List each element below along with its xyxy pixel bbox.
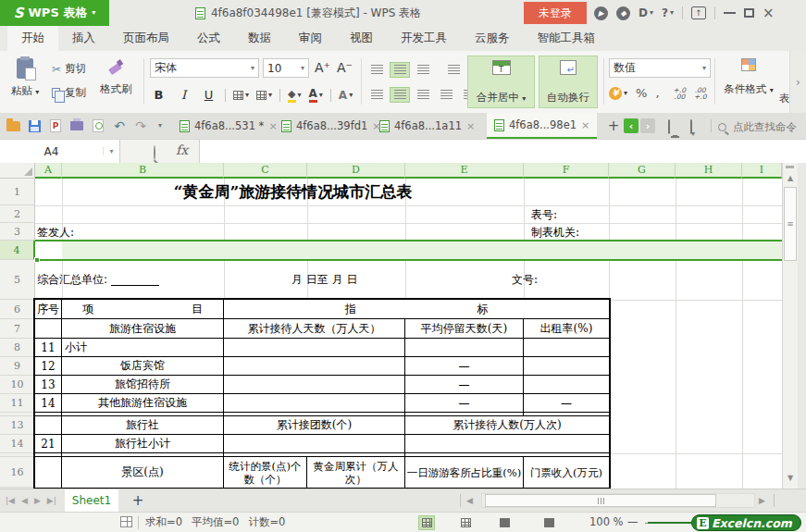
horizontal-scrollbar[interactable]	[481, 493, 755, 508]
borders-button[interactable]: ▾	[233, 91, 249, 100]
normal-view-button[interactable]	[418, 515, 435, 530]
row-header-8[interactable]: 8	[0, 339, 35, 357]
row-header-14[interactable]: 14	[0, 435, 35, 453]
cell-merged[interactable]	[224, 435, 405, 453]
cell[interactable]: 其他旅游住宿设施	[62, 394, 224, 413]
fill-color-button[interactable]: ◆▾	[288, 88, 301, 103]
cell[interactable]: 统计的景(点)个数（个）	[224, 457, 307, 488]
cell[interactable]: 旅游住宿设施	[62, 319, 224, 339]
cell[interactable]: 景区(点)	[62, 457, 224, 488]
select-all-corner[interactable]	[0, 163, 35, 179]
font-name-select[interactable]: 宋体▾	[150, 58, 259, 78]
cell-merged[interactable]: 累计接待人数(万人次)	[405, 416, 609, 435]
close-tab-icon[interactable]: ×	[466, 120, 475, 132]
increase-decimal-button[interactable]: +.0.00	[674, 87, 686, 100]
scroll-down-icon[interactable]: ▼	[783, 470, 798, 485]
copy-button[interactable]: 复制	[52, 86, 86, 100]
wps-app-button[interactable]: S WPS 表格 ▾	[0, 0, 109, 26]
draw-border-button[interactable]: ▾	[256, 91, 272, 100]
switch-window-button[interactable]	[668, 120, 670, 133]
zoom-level[interactable]: 100 %	[589, 515, 624, 528]
cell-wenhao[interactable]: 文号:	[512, 260, 538, 300]
cell-merged[interactable]	[405, 435, 609, 453]
row-header-13[interactable]: 13	[0, 416, 35, 435]
cell[interactable]: —	[405, 376, 524, 394]
page-layout-view-button[interactable]	[496, 515, 513, 530]
col-header-A[interactable]: A	[35, 163, 62, 179]
ribbon-expand-strip[interactable]: ›	[789, 51, 806, 113]
number-format-select[interactable]: 数值▾	[609, 58, 711, 78]
wrap-text-button[interactable]: 自动换行	[539, 56, 598, 108]
row-header-1[interactable]: 1	[0, 179, 35, 205]
open-button[interactable]	[6, 118, 20, 133]
tab-home[interactable]: 开始	[7, 26, 58, 51]
cell[interactable]: 11	[35, 339, 62, 357]
percent-button[interactable]: %	[636, 86, 647, 100]
bold-button[interactable]: B	[150, 86, 167, 104]
login-button[interactable]: 未登录	[524, 2, 587, 24]
cell[interactable]	[524, 357, 609, 376]
zoom-out-button[interactable]: —	[627, 515, 639, 528]
find-command-box[interactable]: 点此查找命令	[718, 120, 797, 134]
paste-button[interactable]: 粘贴 ▾	[6, 58, 44, 98]
table-style-button-clipped[interactable]: 表	[779, 92, 790, 105]
cell-zhibiaojiguan[interactable]: 制表机关:	[531, 225, 579, 241]
align-top-button[interactable]	[366, 62, 387, 78]
tab-page-layout[interactable]: 页面布局	[109, 26, 183, 51]
hide-ribbon-icon[interactable]: ↑	[691, 6, 706, 19]
close-button[interactable]: ×	[763, 6, 775, 20]
skin-button[interactable]: D▾	[639, 6, 653, 19]
row-header-6[interactable]: 6	[0, 300, 35, 319]
cell[interactable]: 旅行社小计	[62, 435, 224, 453]
col-header-C[interactable]: C	[224, 163, 307, 179]
format-painter-button[interactable]: 格式刷	[100, 60, 132, 96]
insert-function-search-button[interactable]	[154, 146, 155, 159]
feedback-icon[interactable]: ▶	[594, 6, 608, 20]
doc-tab-1[interactable]: 4f6a8...531 * ×	[172, 113, 285, 139]
col-header-I[interactable]: I	[742, 163, 782, 179]
tab-view[interactable]: 视图	[336, 26, 387, 51]
hscrollbar-thumb[interactable]	[485, 494, 716, 507]
col-header-G[interactable]: G	[609, 163, 676, 179]
align-bottom-button[interactable]	[413, 62, 433, 78]
formula-input[interactable]	[199, 140, 806, 163]
align-middle-button[interactable]	[390, 62, 410, 78]
cell-merged[interactable]	[224, 376, 405, 394]
cell[interactable]: 12	[35, 357, 62, 376]
last-sheet-button[interactable]: ▶|	[47, 496, 56, 505]
decrease-decimal-button[interactable]: .00+.0	[694, 87, 706, 100]
row-header-3[interactable]: 3	[0, 223, 35, 241]
cell[interactable]: 项目	[62, 300, 224, 319]
tab-formulas[interactable]: 公式	[183, 26, 234, 51]
cell[interactable]: 饭店宾馆	[62, 357, 224, 376]
add-sheet-button[interactable]: +	[130, 492, 146, 509]
cell[interactable]: 序号	[35, 300, 62, 319]
row-header-5[interactable]: 5	[0, 260, 35, 300]
tab-review[interactable]: 审阅	[285, 26, 336, 51]
tab-developer[interactable]: 开发工具	[387, 26, 461, 51]
align-right-button[interactable]	[413, 87, 433, 103]
fill-handle[interactable]	[34, 257, 40, 263]
tab-cloud[interactable]: 云服务	[461, 26, 524, 51]
font-size-select[interactable]: 10▾	[263, 58, 309, 78]
minimize-button[interactable]	[724, 12, 736, 14]
cell[interactable]	[35, 416, 62, 435]
align-center-button[interactable]	[390, 87, 410, 103]
cell[interactable]: 旅行社	[62, 416, 224, 435]
cell[interactable]	[35, 457, 62, 488]
font-color-button[interactable]: A▾	[309, 87, 323, 103]
merge-center-button[interactable]: 合并居中 ▾	[467, 56, 535, 108]
cell-merged[interactable]	[224, 357, 405, 376]
reading-view-button[interactable]	[540, 515, 557, 530]
col-header-E[interactable]: E	[405, 163, 524, 179]
italic-button[interactable]: I	[175, 86, 192, 104]
comma-style-button[interactable]: ,	[655, 86, 659, 100]
row-header-9[interactable]: 9	[0, 357, 35, 376]
maximize-button[interactable]	[744, 8, 754, 18]
row-header-4[interactable]: 4	[0, 241, 35, 260]
next-sheet-button[interactable]: ▶	[34, 496, 41, 505]
row-header-7[interactable]: 7	[0, 319, 35, 339]
cell-date-line[interactable]: 月 日至 月 日	[291, 260, 357, 300]
cell[interactable]: 小计	[62, 339, 224, 357]
save-button[interactable]	[27, 118, 42, 133]
